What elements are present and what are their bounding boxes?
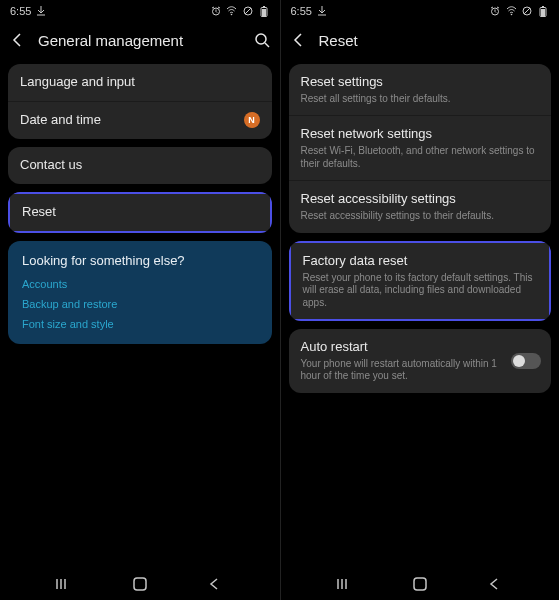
link-backup-and-restore[interactable]: Backup and restore <box>22 298 258 310</box>
auto-restart-toggle[interactable] <box>511 353 541 369</box>
footer-title: Looking for something else? <box>22 253 258 268</box>
back-icon[interactable] <box>289 30 309 50</box>
nav-recents-icon[interactable] <box>54 573 76 595</box>
item-sub: Your phone will restart automatically wi… <box>301 358 502 383</box>
battery-icon <box>258 5 270 17</box>
alarm-icon <box>210 5 222 17</box>
nav-home-icon[interactable] <box>409 573 431 595</box>
svg-rect-4 <box>262 9 266 16</box>
nav-bar <box>0 568 280 600</box>
item-title: Date and time <box>20 112 260 129</box>
download-icon <box>316 5 328 17</box>
download-icon <box>35 5 47 17</box>
item-title: Auto restart <box>301 339 502 356</box>
item-sub: Reset accessibility settings to their de… <box>301 210 540 223</box>
screen-reset: 6:55 Reset Reset settings Reset all sett… <box>280 0 560 600</box>
item-language-and-input[interactable]: Language and input <box>8 64 272 101</box>
svg-rect-13 <box>542 6 544 8</box>
nav-back-icon[interactable] <box>203 573 225 595</box>
page-title: Reset <box>319 32 552 49</box>
section: Contact us <box>8 147 272 184</box>
header: General management <box>0 22 280 58</box>
item-title: Reset accessibility settings <box>301 191 540 208</box>
link-accounts[interactable]: Accounts <box>22 278 258 290</box>
section: Reset <box>8 192 272 233</box>
battery-icon <box>537 5 549 17</box>
link-font-size-and-style[interactable]: Font size and style <box>22 318 258 330</box>
nav-back-icon[interactable] <box>483 573 505 595</box>
nav-bar <box>281 568 560 600</box>
no-signal-icon <box>521 5 533 17</box>
item-sub: Reset all settings to their defaults. <box>301 93 540 106</box>
wifi-icon <box>226 5 238 17</box>
item-title: Reset <box>22 204 258 221</box>
item-factory-data-reset[interactable]: Factory data reset Reset your phone to i… <box>289 241 552 321</box>
screen-general-management: 6:55 General management Language and inp… <box>0 0 280 600</box>
svg-rect-7 <box>134 578 146 590</box>
wifi-icon <box>505 5 517 17</box>
svg-rect-12 <box>541 9 545 16</box>
item-title: Reset network settings <box>301 126 540 143</box>
item-auto-restart[interactable]: Auto restart Your phone will restart aut… <box>289 329 552 393</box>
svg-point-6 <box>256 34 266 44</box>
status-time: 6:55 <box>291 5 312 17</box>
nav-recents-icon[interactable] <box>335 573 357 595</box>
page-title: General management <box>38 32 242 49</box>
status-time: 6:55 <box>10 5 31 17</box>
section: Reset settings Reset all settings to the… <box>289 64 552 233</box>
status-bar: 6:55 <box>281 0 560 22</box>
item-reset[interactable]: Reset <box>8 192 272 233</box>
item-title: Factory data reset <box>303 253 538 270</box>
svg-rect-14 <box>414 578 426 590</box>
no-signal-icon <box>242 5 254 17</box>
item-reset-network-settings[interactable]: Reset network settings Reset Wi-Fi, Blue… <box>289 115 552 180</box>
item-reset-accessibility-settings[interactable]: Reset accessibility settings Reset acces… <box>289 180 552 232</box>
nav-home-icon[interactable] <box>129 573 151 595</box>
svg-point-1 <box>231 14 233 16</box>
item-sub: Reset Wi-Fi, Bluetooth, and other networ… <box>301 145 540 170</box>
item-date-and-time[interactable]: Date and time N <box>8 101 272 139</box>
item-contact-us[interactable]: Contact us <box>8 147 272 184</box>
svg-rect-5 <box>263 6 265 8</box>
back-icon[interactable] <box>8 30 28 50</box>
section: Auto restart Your phone will restart aut… <box>289 329 552 393</box>
item-title: Contact us <box>20 157 260 174</box>
notification-badge: N <box>244 112 260 128</box>
status-bar: 6:55 <box>0 0 280 22</box>
looking-for-card: Looking for something else? Accounts Bac… <box>8 241 272 344</box>
svg-point-9 <box>510 14 512 16</box>
item-title: Language and input <box>20 74 260 91</box>
item-reset-settings[interactable]: Reset settings Reset all settings to the… <box>289 64 552 115</box>
item-title: Reset settings <box>301 74 540 91</box>
search-icon[interactable] <box>252 30 272 50</box>
section: Language and input Date and time N <box>8 64 272 139</box>
item-sub: Reset your phone to its factory default … <box>303 272 538 310</box>
alarm-icon <box>489 5 501 17</box>
section: Factory data reset Reset your phone to i… <box>289 241 552 321</box>
header: Reset <box>281 22 560 58</box>
